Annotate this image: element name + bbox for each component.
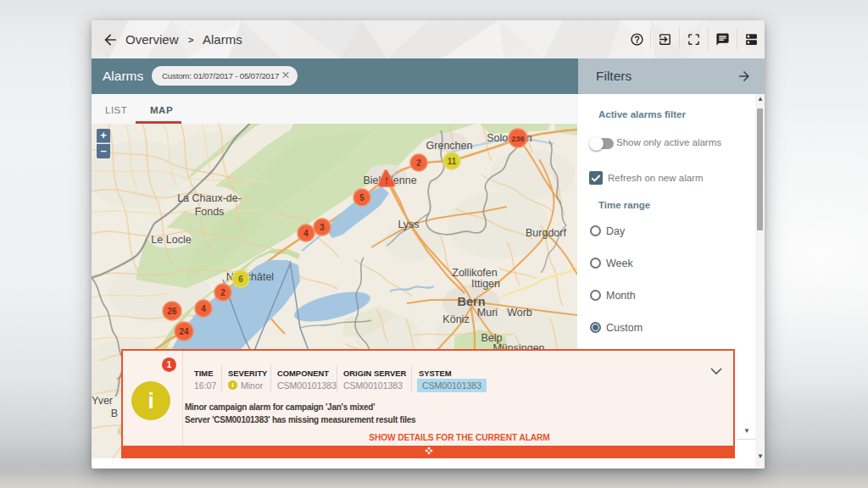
- svg-text:5: 5: [359, 193, 364, 202]
- svg-text:La Chaux-de-: La Chaux-de-: [177, 192, 242, 204]
- svg-text:3: 3: [320, 223, 325, 232]
- svg-text:2: 2: [416, 158, 421, 168]
- svg-text:Muri: Muri: [477, 307, 498, 319]
- svg-text:2: 2: [220, 288, 225, 297]
- svg-text:Worb: Worb: [507, 307, 532, 319]
- svg-text:Yver: Yver: [92, 395, 113, 407]
- svg-text:26: 26: [167, 307, 177, 316]
- svg-text:Köniz: Köniz: [442, 313, 469, 325]
- svg-text:Le Locle: Le Locle: [151, 234, 191, 246]
- svg-text:Fonds: Fonds: [195, 206, 225, 218]
- svg-text:Ittigen: Ittigen: [471, 278, 500, 290]
- svg-text:Grenchen: Grenchen: [426, 140, 473, 152]
- svg-text:Lyss: Lyss: [398, 219, 419, 230]
- svg-text:6: 6: [238, 274, 243, 284]
- svg-text:B: B: [111, 408, 118, 419]
- svg-text:11: 11: [448, 157, 457, 166]
- svg-text:!: !: [385, 175, 388, 186]
- svg-text:Burgdorf: Burgdorf: [526, 227, 566, 239]
- svg-text:Zollikofen: Zollikofen: [452, 267, 498, 279]
- svg-text:4: 4: [201, 304, 206, 313]
- svg-text:24: 24: [179, 327, 189, 336]
- svg-text:236: 236: [511, 135, 524, 143]
- svg-text:4: 4: [303, 229, 309, 238]
